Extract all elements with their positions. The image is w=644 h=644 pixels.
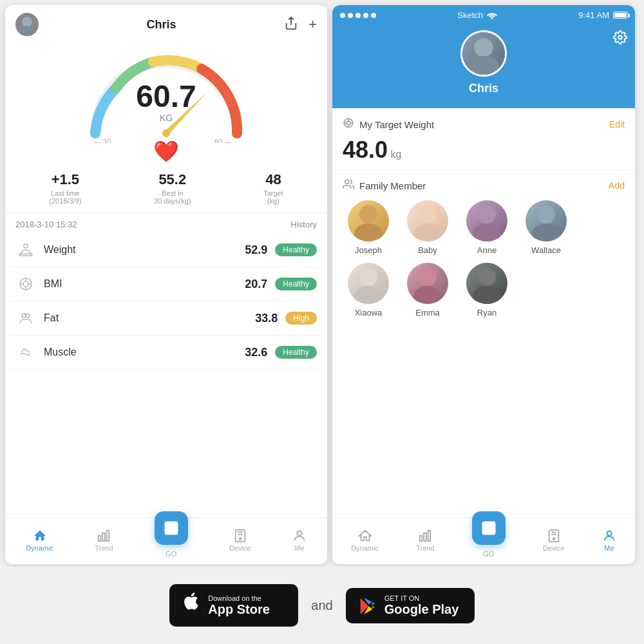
list-item: Fat 33.8 High (10, 301, 322, 336)
svg-rect-16 (99, 536, 101, 541)
date-history-row: 2018-3-10 15:32 History (5, 213, 327, 233)
member-name-xiaowa: Xiaowa (355, 308, 383, 317)
phones-row: Chris + (0, 0, 644, 567)
bmi-icon (15, 274, 36, 294)
app-store-button[interactable]: Download on the App Store (169, 584, 298, 627)
muscle-value: 32.6 (245, 346, 267, 359)
svg-point-34 (345, 180, 349, 184)
svg-point-44 (354, 286, 383, 304)
family-grid: Joseph Baby Anne (343, 200, 625, 317)
svg-point-26 (474, 38, 493, 57)
google-play-top: GET IT ON (384, 594, 459, 602)
muscle-icon (15, 342, 36, 363)
svg-text:— 30: — 30 (94, 138, 111, 143)
nav-r-me[interactable]: Me (602, 529, 616, 552)
stat-last-label: Last time(2018/3/9) (49, 189, 81, 205)
list-item: BMI 20.7 Healthy (10, 267, 322, 301)
go-button-right[interactable] (472, 511, 506, 545)
nav-me[interactable]: Me (292, 529, 307, 552)
family-member-ryan[interactable]: Ryan (461, 263, 513, 317)
family-member-baby[interactable]: Baby (402, 200, 453, 255)
nav-go[interactable]: GO (155, 523, 188, 558)
add-member-button[interactable]: Add (609, 180, 625, 191)
weight-value: 60.7 (136, 79, 196, 113)
stat-best-label: Best in30 days(kg) (154, 189, 191, 205)
share-icon[interactable] (284, 16, 298, 33)
status-time: 9:41 AM (578, 10, 609, 20)
member-name-emma: Emma (415, 308, 440, 317)
family-member-anne[interactable]: Anne (461, 200, 513, 255)
stats-row: +1.5 Last time(2018/3/9) 55.2 Best in30 … (5, 166, 327, 213)
header-actions: + (284, 16, 317, 33)
google-play-button[interactable]: GET IT ON Google Play (346, 588, 475, 623)
stat-target-value: 48 (263, 171, 283, 188)
target-number: 48.0 (343, 137, 388, 163)
gauge-section: — 30 80 — 60.7 KG ❤️ (5, 41, 327, 166)
bmi-value: 20.7 (245, 278, 267, 291)
signal-dots (340, 13, 376, 18)
svg-point-40 (473, 223, 501, 242)
family-title: Family Member (359, 180, 426, 191)
apple-icon (181, 591, 202, 620)
svg-point-27 (468, 56, 499, 77)
right-phone: Sketch 9:41 AM (332, 5, 635, 564)
play-icon (357, 595, 378, 616)
svg-point-41 (537, 205, 555, 223)
nav-r-me-label: Me (604, 544, 614, 552)
member-avatar-wallace (526, 200, 567, 242)
svg-point-9 (23, 281, 28, 287)
profile-name: Chris (469, 82, 498, 95)
svg-rect-51 (428, 531, 431, 542)
status-time-battery: 9:41 AM (578, 10, 627, 20)
member-avatar-emma (407, 263, 448, 304)
member-avatar-joseph (348, 200, 389, 242)
history-link[interactable]: History (291, 220, 317, 229)
svg-point-47 (478, 268, 496, 286)
muscle-label: Muscle (44, 346, 245, 358)
google-play-main: Google Play (384, 602, 459, 617)
stat-best: 55.2 Best in30 days(kg) (154, 171, 191, 205)
svg-rect-49 (420, 536, 422, 541)
family-member-xiaowa[interactable]: Xiaowa (343, 263, 394, 317)
add-icon[interactable]: + (308, 16, 317, 33)
nav-device[interactable]: Device (229, 529, 251, 552)
nav-r-dynamic[interactable]: Dynamic (351, 529, 379, 552)
target-icon (343, 117, 354, 131)
app-store-top: Download on the (208, 594, 270, 602)
network-label: Sketch (457, 10, 483, 20)
weight-badge: Healthy (275, 243, 317, 256)
app-store-main: App Store (208, 602, 270, 617)
go-button[interactable] (155, 511, 188, 545)
muscle-badge: Healthy (275, 346, 317, 359)
battery-fill (614, 13, 626, 17)
nav-r-go[interactable]: GO (472, 523, 506, 558)
gauge: — 30 80 — 60.7 KG (82, 46, 250, 137)
svg-point-56 (553, 538, 554, 540)
svg-point-43 (359, 268, 377, 286)
svg-rect-7 (19, 254, 32, 256)
svg-point-15 (26, 314, 30, 317)
edit-button[interactable]: Edit (609, 119, 625, 129)
gauge-value: 60.7 KG (136, 81, 196, 124)
nav-me-label: Me (294, 544, 304, 552)
nav-trend[interactable]: Trend (95, 529, 113, 552)
app-store-row: Download on the App Store and GET IT ON … (0, 567, 644, 644)
nav-dynamic[interactable]: Dynamic (26, 529, 53, 552)
nav-r-trend[interactable]: Trend (416, 529, 434, 552)
svg-rect-17 (102, 533, 105, 541)
nav-r-go-label: GO (483, 550, 494, 558)
nav-r-device[interactable]: Device (543, 529, 565, 552)
family-member-emma[interactable]: Emma (402, 263, 453, 317)
stat-target-label: Target(kg) (263, 189, 283, 205)
family-member-wallace[interactable]: Wallace (520, 200, 572, 255)
member-name-ryan: Ryan (477, 308, 497, 317)
family-member-joseph[interactable]: Joseph (343, 200, 394, 255)
profile-avatar (460, 30, 507, 77)
member-avatar-ryan (466, 263, 507, 304)
gear-icon[interactable] (613, 30, 627, 48)
bmi-label: BMI (44, 278, 245, 290)
svg-point-35 (359, 205, 377, 223)
nav-r-dynamic-label: Dynamic (351, 544, 379, 552)
family-title-row: Family Member (343, 178, 426, 193)
svg-point-14 (22, 314, 26, 317)
